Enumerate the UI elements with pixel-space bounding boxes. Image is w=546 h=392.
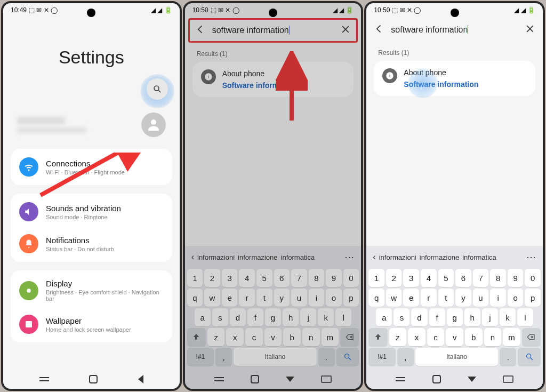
key-n[interactable]: n [302,328,320,346]
key-v[interactable]: v [446,328,463,346]
setting-display[interactable]: DisplayBrightness · Eye comfort shield ·… [11,273,172,308]
chevron-left-icon[interactable]: ‹ [373,252,375,262]
key-8[interactable]: 8 [309,269,325,287]
key-i[interactable]: i [309,289,325,307]
key-r[interactable]: r [239,289,255,307]
nav-recent[interactable] [214,377,224,381]
key-s[interactable]: s [394,308,410,326]
back-button[interactable] [374,23,384,36]
key-z[interactable]: z [389,328,407,346]
prediction-bar[interactable]: ‹ informazioni informazione informatica … [368,249,541,267]
key-q[interactable]: q [187,289,203,307]
profile-avatar[interactable] [141,113,166,137]
nav-keyboard-down[interactable] [468,377,476,382]
key-a[interactable]: a [376,308,392,326]
key-3[interactable]: 3 [403,269,419,287]
key-r[interactable]: r [421,289,437,307]
clear-button[interactable] [525,23,535,36]
key-j[interactable]: j [300,308,316,326]
key-a[interactable]: a [195,308,211,326]
key-4[interactable]: 4 [239,269,255,287]
key-p[interactable]: p [343,289,359,307]
key-5[interactable]: 5 [256,269,272,287]
key-3[interactable]: 3 [222,269,238,287]
key-q[interactable]: q [368,289,384,307]
space-key[interactable]: Italiano [234,348,316,366]
result-item[interactable]: i About phone Software information [374,61,535,96]
profile-card[interactable] [3,105,180,145]
more-icon[interactable]: ⋯ [344,251,355,263]
key-2[interactable]: 2 [386,269,402,287]
key-b[interactable]: b [465,328,483,346]
nav-home[interactable] [89,375,98,383]
key-e[interactable]: e [403,289,419,307]
setting-notifications[interactable]: NotificationsStatus bar · Do not disturb [11,228,172,260]
nav-keyboard-switch[interactable] [321,375,332,383]
keyboard[interactable]: ‹ informazioni informazione informatica … [185,246,362,370]
search-input[interactable]: software information [212,26,334,35]
key-n[interactable]: n [484,328,502,346]
key-b[interactable]: b [283,328,301,346]
back-button[interactable] [195,24,206,37]
backspace-key[interactable] [340,328,359,346]
symbols-key[interactable]: !#1 [187,348,214,366]
key-t[interactable]: t [438,289,454,307]
key-e[interactable]: e [222,289,238,307]
key-9[interactable]: 9 [508,269,524,287]
nav-recent[interactable] [396,377,405,381]
backspace-key[interactable] [522,328,541,346]
key-w[interactable]: w [386,289,402,307]
key-g[interactable]: g [265,308,281,326]
key-l[interactable]: l [335,308,351,326]
search-bar[interactable]: software information [188,18,358,43]
key-0[interactable]: 0 [343,269,359,287]
key-x[interactable]: x [408,328,425,346]
result-item[interactable]: i About phone Software information [192,62,354,97]
key-o[interactable]: o [326,289,342,307]
search-key[interactable] [336,348,359,366]
nav-keyboard-switch[interactable] [503,375,513,383]
shift-key[interactable] [368,328,387,346]
nav-keyboard-down[interactable] [286,377,294,382]
key-h[interactable]: h [464,308,480,326]
key-8[interactable]: 8 [490,269,506,287]
key-y[interactable]: y [455,289,471,307]
key-g[interactable]: g [447,308,463,326]
key-4[interactable]: 4 [421,269,437,287]
key-7[interactable]: 7 [473,269,489,287]
search-button[interactable] [147,78,168,100]
nav-home[interactable] [432,375,441,383]
period-key[interactable]: . [500,348,516,366]
key-7[interactable]: 7 [291,269,307,287]
period-key[interactable]: . [318,348,335,366]
key-c[interactable]: c [427,328,445,346]
key-d[interactable]: d [230,308,246,326]
key-o[interactable]: o [508,289,524,307]
space-key[interactable]: Italiano [415,348,498,366]
search-key[interactable] [518,348,541,366]
key-i[interactable]: i [490,289,506,307]
key-j[interactable]: j [482,308,498,326]
nav-home[interactable] [251,375,259,383]
nav-recent[interactable] [39,377,49,381]
setting-wallpaper[interactable]: WallpaperHome and lock screen wallpaper [11,308,172,340]
nav-back[interactable] [138,375,143,383]
key-5[interactable]: 5 [438,269,454,287]
key-z[interactable]: z [207,328,225,346]
comma-key[interactable]: , [215,348,232,366]
key-k[interactable]: k [500,308,516,326]
setting-sounds[interactable]: Sounds and vibrationSound mode · Rington… [11,196,172,228]
key-6[interactable]: 6 [455,269,471,287]
key-h[interactable]: h [283,308,299,326]
search-bar[interactable]: software information [366,18,543,42]
clear-button[interactable] [340,24,351,37]
key-d[interactable]: d [411,308,427,326]
key-k[interactable]: k [318,308,334,326]
key-p[interactable]: p [525,289,541,307]
key-f[interactable]: f [429,308,445,326]
search-input[interactable]: software information [391,25,518,35]
key-1[interactable]: 1 [187,269,203,287]
key-0[interactable]: 0 [525,269,541,287]
key-c[interactable]: c [245,328,263,346]
key-l[interactable]: l [517,308,533,326]
